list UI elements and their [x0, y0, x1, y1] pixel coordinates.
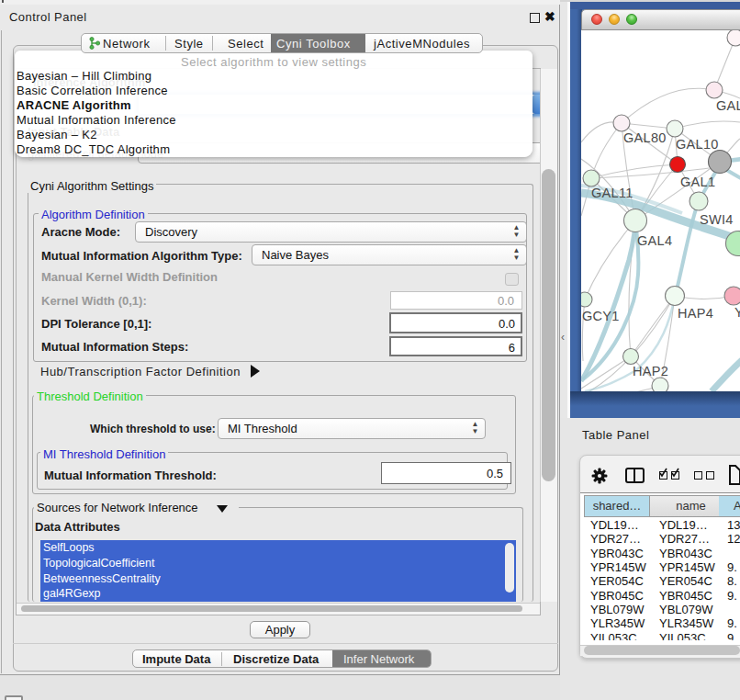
svg-text:GAL11: GAL11: [591, 186, 633, 200]
svg-text:GAL4: GAL4: [637, 233, 672, 248]
svg-text:GAL1: GAL1: [680, 175, 715, 189]
svg-text:Y: Y: [734, 305, 740, 320]
svg-text:GAL80: GAL80: [623, 130, 667, 145]
svg-text:HAP4: HAP4: [678, 306, 713, 321]
svg-text:SWI4: SWI4: [700, 212, 734, 227]
svg-text:HAP2: HAP2: [633, 364, 668, 378]
svg-text:GCY1: GCY1: [582, 309, 620, 323]
svg-text:GAL: GAL: [716, 98, 740, 113]
svg-text:GAL10: GAL10: [676, 137, 719, 152]
